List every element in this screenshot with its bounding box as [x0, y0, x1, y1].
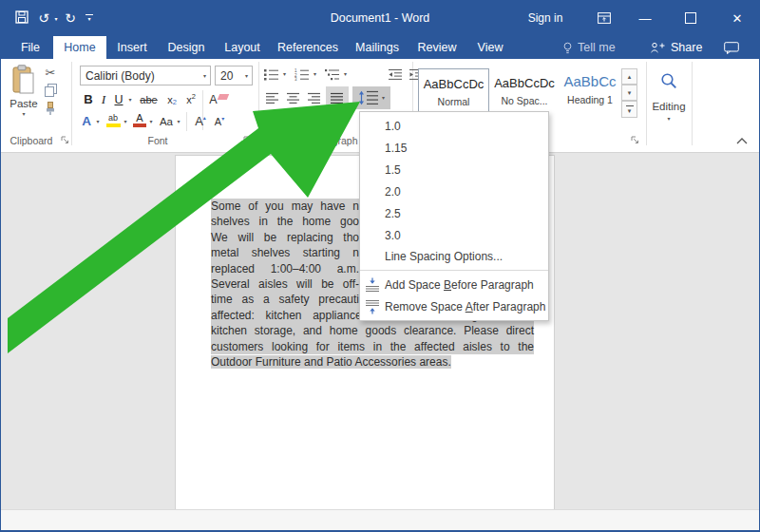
bold-button[interactable]: B [81, 90, 96, 108]
highlight-dropdown-icon[interactable]: ▾ [122, 112, 129, 130]
styles-dialog-launcher-icon[interactable] [631, 136, 639, 144]
text-effects-dropdown-icon[interactable]: ▾ [94, 112, 102, 130]
minimize-button[interactable]: — [631, 0, 659, 36]
clear-formatting-button[interactable]: A [207, 90, 230, 108]
doc-line[interactable]: time as a safety precauti [211, 292, 359, 307]
menu-item-2-0[interactable]: 2.0 [360, 180, 548, 202]
change-case-dropdown-icon[interactable]: ▾ [175, 112, 182, 130]
editing-search-button[interactable] [652, 65, 686, 97]
editing-group-label[interactable]: Editing [645, 101, 693, 112]
menu-item-1-0[interactable]: 1.0 [360, 115, 548, 137]
tab-file[interactable]: File [8, 36, 53, 59]
underline-dropdown-icon[interactable]: ▾ [126, 90, 134, 108]
tab-home[interactable]: Home [53, 36, 106, 59]
doc-line[interactable]: kitchen storage, and home goods clearanc… [211, 323, 534, 338]
italic-button[interactable]: I [98, 90, 109, 108]
editing-dropdown-icon[interactable]: ▾ [663, 116, 674, 122]
font-size-combo[interactable]: 20 ▾ [215, 66, 253, 86]
tell-me-label: Tell me [578, 41, 616, 54]
menu-item-line-spacing-options[interactable]: Line Spacing Options... [360, 246, 548, 267]
align-left-icon[interactable] [263, 88, 282, 107]
subscript-button[interactable]: x2 [163, 90, 180, 108]
share-button[interactable]: Share [650, 36, 702, 59]
borders-button-arrow-icon[interactable]: ↓ [339, 114, 351, 127]
doc-line[interactable]: customers looking for items in the affec… [211, 339, 534, 354]
format-painter-icon[interactable] [43, 101, 58, 116]
comment-icon[interactable] [720, 36, 743, 59]
svg-text:3: 3 [294, 77, 297, 81]
align-right-icon[interactable] [305, 88, 324, 107]
font-name-combo[interactable]: Calibri (Body) ▾ [80, 66, 211, 86]
font-color-dropdown-icon[interactable]: ▾ [147, 112, 155, 130]
redo-icon[interactable]: ↻ [63, 0, 78, 36]
highlight-button[interactable]: ab [104, 113, 122, 130]
numbering-icon[interactable]: 123 [294, 66, 311, 83]
tab-references[interactable]: References [270, 36, 346, 59]
doc-line[interactable]: We will be replacing tho [211, 230, 359, 245]
tab-view[interactable]: View [466, 36, 515, 59]
decrease-indent-icon[interactable] [386, 66, 405, 83]
font-size-dropdown-icon: ▾ [245, 73, 252, 79]
collapse-ribbon-icon[interactable] [733, 135, 750, 146]
paste-button[interactable] [10, 64, 38, 96]
cut-icon[interactable]: ✂ [42, 65, 59, 80]
line-spacing-dropdown-icon: ▾ [382, 95, 385, 101]
doc-line[interactable]: replaced 1:00–4:00 a.m. [211, 261, 359, 276]
bullets-icon[interactable] [263, 66, 280, 83]
title-bar: Document1 - Word ↺ ▾ ↻ ▾ Sign in — ✕ [0, 0, 760, 36]
tab-mailings[interactable]: Mailings [346, 36, 408, 59]
underline-button[interactable]: U [112, 90, 125, 108]
menu-item-1-15[interactable]: 1.15 [360, 137, 548, 159]
multilevel-dropdown-icon[interactable]: ▾ [341, 66, 350, 83]
multilevel-list-icon[interactable] [324, 66, 341, 83]
style-item-heading1[interactable]: AaBbCc Heading 1 [560, 68, 619, 118]
clipboard-dialog-launcher-icon[interactable] [61, 136, 69, 144]
clipboard-group-label: Clipboard [2, 135, 61, 146]
font-dialog-launcher-icon[interactable] [243, 136, 252, 144]
paste-label[interactable]: Paste [2, 98, 46, 109]
change-case-button[interactable]: Aa [157, 112, 176, 130]
bullets-dropdown-icon[interactable]: ▾ [280, 66, 289, 83]
maximize-button[interactable] [676, 0, 705, 36]
font-color-button[interactable]: A [132, 112, 147, 130]
tab-review[interactable]: Review [408, 36, 466, 59]
menu-item-1-5[interactable]: 1.5 [360, 159, 548, 180]
undo-dropdown-icon[interactable]: ▾ [52, 0, 60, 36]
tab-layout[interactable]: Layout [215, 36, 270, 59]
doc-line[interactable]: Some of you may have n [211, 199, 359, 214]
styles-scroll-up-icon[interactable]: ▴ [621, 68, 637, 85]
shrink-font-button[interactable]: A▾ [211, 112, 228, 130]
styles-more-icon[interactable]: ▾ [621, 101, 637, 118]
grow-font-button[interactable]: A▴ [192, 112, 209, 130]
save-icon[interactable] [15, 10, 28, 24]
font-group-label: Font [129, 135, 186, 146]
close-button[interactable]: ✕ [722, 0, 752, 36]
doc-line[interactable]: Several aisles will be off- [211, 276, 359, 292]
doc-line[interactable]: shelves in the home goo [211, 214, 359, 229]
copy-icon[interactable] [43, 83, 58, 98]
doc-line[interactable]: metal shelves starting n [211, 245, 359, 260]
strikethrough-button[interactable]: abe [137, 90, 161, 108]
numbering-dropdown-icon[interactable]: ▾ [311, 66, 319, 83]
menu-item-add-space-before[interactable]: Add Space Before Paragraph [360, 274, 548, 295]
paste-dropdown-icon[interactable]: ▾ [20, 111, 28, 117]
align-center-icon[interactable] [284, 88, 303, 107]
sign-in-button[interactable]: Sign in [524, 0, 566, 36]
superscript-button[interactable]: x2 [182, 90, 200, 108]
menu-item-2-5[interactable]: 2.5 [360, 202, 548, 224]
paragraph-group-label: Paragraph [306, 135, 363, 146]
ribbon-display-options-icon[interactable] [595, 0, 614, 36]
customize-quick-access-icon[interactable]: ▾ [84, 0, 95, 36]
tab-design[interactable]: Design [158, 36, 215, 59]
undo-icon[interactable]: ↺ [36, 0, 51, 36]
tell-me-box[interactable]: Tell me [562, 36, 616, 59]
styles-scroll-down-icon[interactable]: ▾ [621, 85, 637, 101]
menu-item-3-0[interactable]: 3.0 [360, 224, 548, 246]
justify-button[interactable] [326, 86, 349, 109]
tab-insert[interactable]: Insert [106, 36, 158, 59]
menu-item-remove-space-after[interactable]: Remove Space After Paragraph [360, 295, 548, 317]
line-spacing-menu: 1.0 1.15 1.5 2.0 2.5 3.0 Line Spacing Op… [359, 111, 549, 321]
doc-line[interactable]: Outdoor Furniture and Patio Accessories … [211, 354, 534, 370]
text-effects-button[interactable]: A [79, 112, 94, 130]
line-spacing-button[interactable]: ▾ [352, 86, 390, 109]
